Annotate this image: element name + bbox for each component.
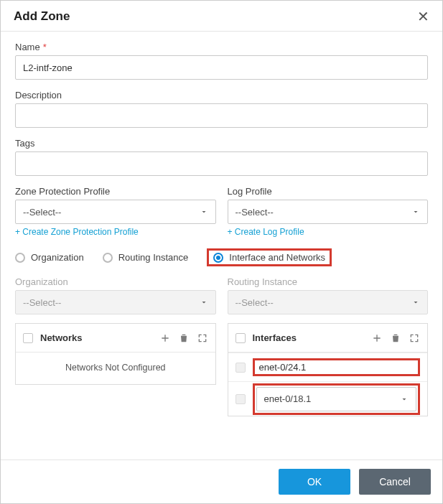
interface-select[interactable]: enet-0/18.1 [256, 387, 417, 411]
networks-header-title: Networks [40, 332, 152, 343]
interfaces-panel-header: Interfaces [228, 324, 428, 353]
chevron-down-icon [200, 207, 208, 216]
dialog-body: Name * Description Tags Zone Protection … [1, 32, 442, 416]
chevron-down-icon [411, 207, 420, 216]
interface-select-value: enet-0/18.1 [264, 393, 312, 404]
networks-select-all-checkbox[interactable] [23, 333, 33, 343]
log-profile-select[interactable]: --Select-- [228, 200, 429, 224]
radio-organization[interactable]: Organization [15, 252, 84, 263]
log-profile-label: Log Profile [228, 186, 429, 197]
organization-select-disabled: --Select-- [15, 290, 216, 314]
tags-label: Tags [15, 138, 428, 149]
interface-row: enet-0/18.1 [228, 381, 428, 416]
create-zone-protection-link[interactable]: + Create Zone Protection Profile [15, 227, 216, 237]
routing-instance-select-disabled: --Select-- [228, 290, 429, 314]
radio-interface-networks[interactable]: Interface and Networks [213, 252, 325, 263]
interface-row-highlight: enet-0/24.1 [253, 358, 421, 376]
organization-sublabel: Organization [15, 276, 216, 287]
radio-interface-networks-highlight: Interface and Networks [207, 248, 332, 266]
dialog-footer: OK Cancel [1, 459, 442, 503]
zone-protection-select[interactable]: --Select-- [15, 200, 216, 224]
dialog-title: Add Zone [14, 9, 70, 24]
interfaces-panel: Interfaces enet-0/24.1 [228, 317, 429, 416]
radio-circle-icon [15, 253, 25, 263]
routing-instance-selected: --Select-- [236, 297, 274, 308]
name-label: Name * [15, 42, 428, 52]
expand-icon[interactable] [409, 332, 420, 344]
name-label-text: Name [15, 42, 40, 52]
organization-subcol: Organization --Select-- [15, 271, 216, 314]
profile-row: Zone Protection Profile --Select-- + Cre… [15, 186, 428, 237]
zone-protection-col: Zone Protection Profile --Select-- + Cre… [15, 186, 216, 237]
radio-routing-instance[interactable]: Routing Instance [103, 252, 189, 263]
required-asterisk: * [43, 42, 47, 52]
chevron-down-icon [411, 298, 420, 307]
interface-row-checkbox[interactable] [236, 363, 246, 373]
close-icon[interactable]: ✕ [417, 9, 429, 24]
expand-icon[interactable] [197, 332, 208, 344]
ok-button[interactable]: OK [279, 469, 350, 495]
name-input[interactable] [15, 55, 428, 80]
radio-circle-selected-icon [213, 253, 223, 263]
log-profile-selected: --Select-- [236, 207, 274, 218]
trash-icon[interactable] [390, 332, 401, 344]
field-tags: Tags [15, 138, 428, 176]
panels-row: Networks Networks Not Configured Interfa… [15, 317, 428, 416]
description-input[interactable] [15, 103, 428, 128]
create-log-profile-link[interactable]: + Create Log Profile [228, 227, 429, 237]
cancel-button[interactable]: Cancel [359, 469, 431, 495]
field-name: Name * [15, 42, 428, 80]
radio-routing-instance-label: Routing Instance [118, 252, 189, 263]
routing-instance-subcol: Routing Instance --Select-- [228, 271, 429, 314]
zone-protection-selected: --Select-- [23, 207, 61, 218]
scope-radio-group: Organization Routing Instance Interface … [15, 248, 428, 266]
interface-value: enet-0/24.1 [256, 362, 417, 373]
interface-row-checkbox[interactable] [236, 394, 246, 404]
trash-icon[interactable] [178, 332, 190, 344]
interfaces-select-all-checkbox[interactable] [236, 333, 246, 343]
networks-panel: Networks Networks Not Configured [15, 317, 216, 416]
dialog-header: Add Zone ✕ [1, 1, 442, 32]
zone-protection-label: Zone Protection Profile [15, 186, 216, 197]
chevron-down-icon [200, 298, 208, 307]
log-profile-col: Log Profile --Select-- + Create Log Prof… [228, 186, 429, 237]
add-icon[interactable] [159, 332, 171, 344]
scope-subselects: Organization --Select-- Routing Instance… [15, 271, 428, 314]
field-description: Description [15, 90, 428, 128]
networks-panel-header: Networks [16, 324, 215, 353]
tags-input[interactable] [15, 151, 428, 176]
interface-row: enet-0/24.1 [228, 353, 428, 381]
networks-empty-text: Networks Not Configured [16, 353, 215, 384]
add-icon[interactable] [371, 332, 383, 344]
interfaces-header-title: Interfaces [253, 332, 365, 343]
radio-circle-icon [103, 253, 113, 263]
radio-organization-label: Organization [31, 252, 84, 263]
routing-instance-sublabel: Routing Instance [228, 276, 429, 287]
interface-row-highlight: enet-0/18.1 [253, 383, 421, 415]
chevron-down-icon [400, 395, 409, 403]
radio-interface-networks-label: Interface and Networks [229, 252, 325, 263]
description-label: Description [15, 90, 428, 101]
organization-selected: --Select-- [23, 297, 61, 308]
